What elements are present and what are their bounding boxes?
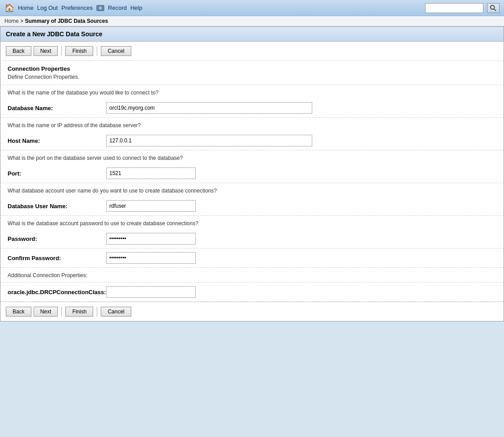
button-separator-2 [97,46,97,56]
button-separator-3 [61,307,62,317]
host-name-section: What is the name or IP address of the da… [0,118,504,150]
main-content: Create a New JDBC Data Source Back Next … [0,26,504,321]
bottom-button-bar: Back Next Finish Cancel [0,302,504,321]
nav-help[interactable]: Help [130,4,142,11]
record-icon [96,4,104,12]
db-user-field-row: Database User Name: [0,197,504,215]
nav-record[interactable]: Record [108,4,127,11]
confirm-password-input[interactable] [106,252,196,264]
search-input[interactable] [425,3,483,13]
additional-section: Additional Connection Properties: [0,268,504,283]
svg-point-1 [99,7,102,9]
port-question: What is the port on the database server … [0,150,504,164]
button-separator-4 [97,307,97,317]
db-name-field-row: Database Name: [0,99,504,117]
password-input[interactable] [106,233,196,244]
top-button-bar: Back Next Finish Cancel [0,42,504,61]
svg-line-3 [494,9,496,10]
page-title: Create a New JDBC Data Source [0,27,504,42]
search-button[interactable] [487,3,500,13]
password-field-row: Password: [0,229,504,248]
cancel-button-bottom[interactable]: Cancel [101,307,131,317]
db-name-label: Database Name: [8,105,106,111]
host-input[interactable] [106,135,312,146]
next-button-top[interactable]: Next [34,46,58,56]
breadcrumb: Home > Summary of JDBC Data Sources [0,16,504,26]
password-question: What is the database account password to… [0,216,504,229]
home-icon: 🏠 [4,3,14,13]
port-input[interactable] [106,167,196,179]
back-button-bottom[interactable]: Back [6,307,31,317]
confirm-password-label: Confirm Password: [8,255,106,261]
drcp-input[interactable] [106,286,196,298]
nav-home[interactable]: Home [18,4,34,11]
conn-props-description: Define Connection Properties. [8,74,496,80]
cancel-button-top[interactable]: Cancel [101,46,131,56]
host-label: Host Name: [8,137,106,144]
nav-logout[interactable]: Log Out [37,4,58,11]
conn-props-title: Connection Properties [8,65,496,72]
db-user-question: What database account user name do you w… [0,183,504,197]
password-section: What is the database account password to… [0,216,504,268]
confirm-password-field-row: Confirm Password: [0,248,504,267]
password-label: Password: [8,236,106,242]
breadcrumb-separator: > [20,18,23,24]
drcp-field-row: oracle.jdbc.DRCPConnectionClass: [0,283,504,302]
search-icon [490,5,496,11]
db-name-input[interactable] [106,102,312,114]
host-question: What is the name or IP address of the da… [0,118,504,131]
db-user-input[interactable] [106,200,196,212]
additional-label: Additional Connection Properties: [8,272,496,278]
database-name-section: What is the name of the database you wou… [0,85,504,118]
topbar: 🏠 Home Log Out Preferences Record Help [0,0,504,16]
port-field-row: Port: [0,164,504,183]
connection-properties-section: Connection Properties Define Connection … [0,61,504,85]
nav-preferences[interactable]: Preferences [61,4,93,11]
finish-button-bottom[interactable]: Finish [65,307,93,317]
host-field-row: Host Name: [0,131,504,150]
svg-point-2 [491,5,495,9]
back-button-top[interactable]: Back [6,46,31,56]
next-button-bottom[interactable]: Next [34,307,58,317]
port-label: Port: [8,170,106,177]
button-separator-1 [61,46,62,56]
db-user-section: What database account user name do you w… [0,183,504,216]
port-section: What is the port on the database server … [0,150,504,183]
db-name-question: What is the name of the database you wou… [0,85,504,99]
db-user-label: Database User Name: [8,203,106,210]
breadcrumb-home[interactable]: Home [4,18,19,24]
breadcrumb-current: Summary of JDBC Data Sources [25,18,108,24]
drcp-label: oracle.jdbc.DRCPConnectionClass: [8,289,106,296]
finish-button-top[interactable]: Finish [65,46,93,56]
